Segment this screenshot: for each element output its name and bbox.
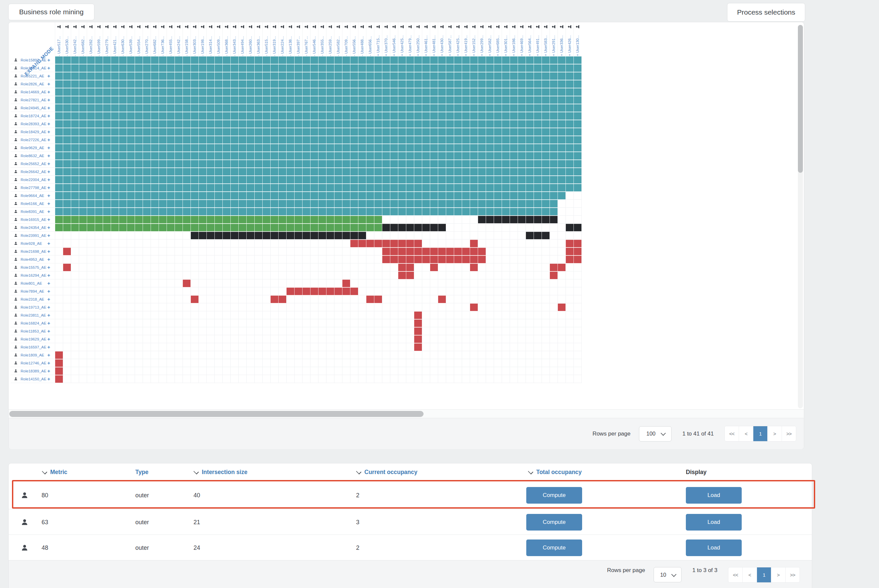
expand-row-button[interactable]: + (47, 81, 50, 87)
role-row-label[interactable]: Role25652_AE+ (11, 160, 55, 168)
user-column-label[interactable]: - User682... (80, 30, 86, 56)
user-column-header[interactable]: - User368... (222, 24, 230, 56)
user-column-header[interactable]: + User299... (478, 24, 486, 56)
user-column-label[interactable]: + User419... (463, 30, 469, 56)
matrix-cell-run[interactable] (414, 319, 422, 327)
expand-row-button[interactable]: + (47, 137, 50, 142)
role-name[interactable]: Role15575_AE (21, 266, 46, 269)
user-column-header[interactable]: + User546... (390, 24, 398, 56)
user-column-header[interactable]: - User556... (350, 24, 358, 56)
role-name[interactable]: Role24945_AE (21, 106, 46, 110)
matrix-cell-run[interactable] (565, 240, 581, 248)
user-column-label[interactable]: + User715... (376, 30, 381, 56)
role-name[interactable]: Role24354_AE (21, 226, 46, 230)
role-row-label[interactable]: Role18429_AE+ (11, 128, 55, 136)
user-column-label[interactable]: + User685... (495, 30, 500, 56)
role-row-label[interactable]: Role27226_AE+ (11, 136, 55, 144)
matrix-cell-run[interactable] (286, 287, 358, 296)
user-column-label[interactable]: - User242... (176, 30, 181, 56)
compute-button[interactable]: Compute (526, 487, 582, 504)
expand-row-button[interactable]: + (47, 193, 50, 198)
user-column-header[interactable]: - User656... (366, 24, 374, 56)
user-column-label[interactable]: + User481... (431, 30, 437, 56)
expand-row-button[interactable]: + (47, 65, 50, 71)
metric-column-header[interactable]: Metric (42, 464, 68, 481)
user-column-header[interactable]: + User715... (374, 24, 382, 56)
role-name[interactable]: Role23811_AE (21, 313, 46, 317)
user-column-header[interactable]: + User291... (550, 24, 557, 56)
expand-row-button[interactable]: + (47, 344, 50, 350)
user-column-label[interactable]: - User767... (304, 30, 309, 56)
role-name[interactable]: Role14150_AE (21, 377, 46, 381)
user-column-header[interactable]: + User250... (414, 24, 422, 56)
matrix-cell-run[interactable] (55, 128, 581, 136)
matrix-cell-run[interactable] (191, 231, 366, 240)
user-column-header[interactable]: + User582... (486, 24, 494, 56)
role-row-label[interactable]: Role23991_AE+ (11, 231, 55, 240)
role-name[interactable]: Role16915_AE (21, 218, 46, 222)
matrix-cell-run[interactable] (55, 80, 581, 88)
load-button[interactable]: Load (686, 540, 742, 556)
matrix-cell-run[interactable] (414, 335, 422, 343)
role-row-label[interactable]: Role11853_AE+ (11, 327, 55, 335)
user-column-label[interactable]: - User539... (128, 30, 133, 56)
user-column-label[interactable]: - User630... (120, 30, 125, 56)
user-column-label[interactable]: - User599... (96, 30, 101, 56)
prev-page-button[interactable]: < (742, 567, 757, 582)
role-row-label[interactable]: Role5221_AE+ (11, 72, 55, 80)
matrix-cell-run[interactable] (366, 296, 382, 303)
matrix-cell-run[interactable] (350, 240, 422, 248)
user-column-header[interactable]: + User152... (470, 24, 478, 56)
user-column-header[interactable]: - User355... (318, 24, 326, 56)
matrix-cell-run[interactable] (63, 263, 71, 272)
role-row-label[interactable]: Role26642_AE+ (11, 168, 55, 176)
total-occupancy-column-header[interactable]: Total occupancy (528, 464, 582, 481)
user-column-header[interactable]: - User494... (238, 24, 246, 56)
user-column-header[interactable]: - User319... (270, 24, 278, 56)
user-column-label[interactable]: - User709... (344, 30, 349, 56)
user-column-label[interactable]: + User469... (519, 30, 524, 56)
role-row-label[interactable]: Role18389_AE+ (11, 367, 55, 375)
role-row-label[interactable]: Role7894_AE+ (11, 287, 55, 296)
matrix-cell-run[interactable] (55, 375, 63, 383)
role-name[interactable]: Role27821_AE (21, 98, 46, 102)
user-column-label[interactable]: - User455... (168, 30, 173, 56)
user-column-label[interactable]: + User299... (479, 30, 484, 56)
expand-row-button[interactable]: + (47, 256, 50, 262)
role-row-label[interactable]: Role14150_AE+ (11, 375, 55, 383)
intersection-size-column-header[interactable]: Intersection size (194, 464, 247, 481)
user-column-header[interactable]: - User509... (215, 24, 222, 56)
user-column-header[interactable]: - User314... (206, 24, 215, 56)
matrix-cell-run[interactable] (55, 88, 581, 96)
sort-chevron-icon[interactable] (42, 469, 47, 474)
role-name[interactable]: Role8391_AE (21, 210, 44, 214)
expand-row-button[interactable]: + (47, 368, 50, 374)
user-column-header[interactable]: - User363... (254, 24, 262, 56)
user-column-header[interactable]: - User767... (302, 24, 310, 56)
last-page-button[interactable]: >> (781, 426, 796, 441)
user-column-header[interactable]: - User582... (334, 24, 342, 56)
matrix-cell-run[interactable] (414, 343, 422, 351)
role-name[interactable]: Role14669_AE (21, 90, 46, 94)
matrix-cell-run[interactable] (478, 216, 557, 224)
user-column-label[interactable]: + User301... (503, 30, 508, 56)
user-column-label[interactable]: - User494... (240, 30, 245, 56)
user-column-label[interactable]: + User564... (527, 30, 532, 56)
role-row-label[interactable]: Role9629_AE+ (11, 144, 55, 152)
load-button[interactable]: Load (686, 514, 742, 531)
user-column-header[interactable]: + User130... (574, 24, 581, 56)
user-column-header[interactable]: - User630... (119, 24, 127, 56)
matrix-cell-run[interactable] (382, 255, 486, 263)
role-row-label[interactable]: Role4953_AE+ (11, 255, 55, 263)
user-column-header[interactable]: + User461... (422, 24, 430, 56)
user-column-header[interactable]: - User270... (143, 24, 150, 56)
matrix-cell-run[interactable] (55, 96, 581, 104)
user-column-header[interactable]: - User421... (111, 24, 119, 56)
matrix-cell-run[interactable] (55, 184, 581, 192)
expand-row-button[interactable]: + (47, 225, 50, 230)
expand-row-button[interactable]: + (47, 360, 50, 366)
user-column-label[interactable]: - User554... (136, 30, 141, 56)
role-row-label[interactable]: Role16824_AE+ (11, 319, 55, 327)
matrix-cell-run[interactable] (55, 367, 63, 375)
matrix-cell-run[interactable] (183, 279, 191, 287)
